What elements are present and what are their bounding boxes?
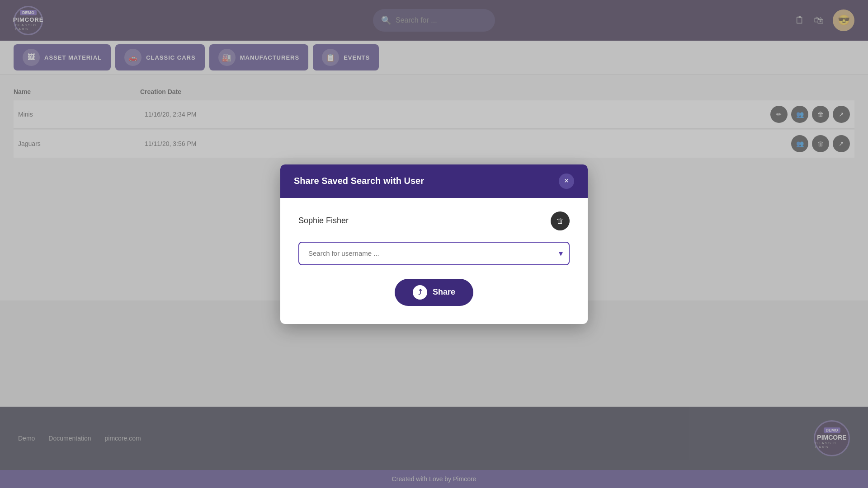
close-icon: × — [564, 176, 569, 186]
modal-header: Share Saved Search with User × — [280, 164, 588, 198]
share-button[interactable]: ⤴ Share — [395, 279, 473, 306]
share-modal: Share Saved Search with User × Sophie Fi… — [280, 164, 588, 324]
modal-body: Sophie Fisher 🗑 ▾ ⤴ Share — [280, 198, 588, 324]
trash-icon: 🗑 — [557, 217, 564, 225]
chevron-down-icon: ▾ — [559, 249, 563, 258]
modal-footer: ⤴ Share — [298, 265, 570, 306]
username-search[interactable]: ▾ — [298, 242, 570, 265]
username-search-input[interactable] — [298, 242, 570, 265]
modal-overlay: Share Saved Search with User × Sophie Fi… — [0, 0, 868, 488]
user-row: Sophie Fisher 🗑 — [298, 211, 570, 230]
user-name: Sophie Fisher — [298, 216, 349, 225]
modal-close-button[interactable]: × — [559, 174, 574, 189]
share-button-label: Share — [433, 287, 455, 297]
modal-title: Share Saved Search with User — [294, 176, 424, 186]
delete-user-button[interactable]: 🗑 — [551, 211, 570, 230]
share-icon: ⤴ — [413, 285, 427, 300]
